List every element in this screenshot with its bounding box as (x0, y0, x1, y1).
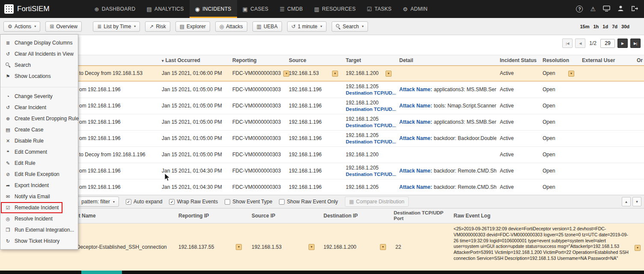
expand-down-button[interactable]: ▾ (632, 197, 641, 206)
table-row[interactable]: om 192.168.1.196 Jan 15 2021, 01:05:00 P… (0, 114, 644, 131)
alert-icon[interactable]: ⚠ (590, 6, 596, 12)
checkbox-unchecked-icon (225, 199, 230, 205)
col-reporting-ip[interactable]: Reporting IP (173, 213, 246, 219)
nav-item-cases[interactable]: ▣CASES (237, 0, 274, 18)
last-occurred: Jan 15 2021, 01:06:00 PM (158, 70, 229, 77)
nav-item-resources[interactable]: ▥RESOURCES (309, 0, 361, 18)
col-event-name[interactable]: Event Name (64, 213, 173, 219)
col-target[interactable]: Target (342, 57, 396, 63)
table-row[interactable]: om 192.168.1.196 Jan 15 2021, 01:04:30 P… (0, 179, 644, 191)
first-page-button[interactable]: |◀ (562, 39, 573, 48)
table-row[interactable]: om 192.168.1.196 Jan 15 2021, 01:05:00 P… (0, 98, 644, 114)
actions-button[interactable]: ⚙ Actions ▾ (3, 21, 40, 32)
menu-item-clear-all-incidents[interactable]: ↺Clear All Incidents in View (0, 48, 78, 60)
ueba-button[interactable]: ▥ UEBA (252, 21, 282, 32)
list-by-time-button[interactable]: ≣ List by Time ▾ (93, 21, 140, 32)
col-resolution[interactable]: Resolution (539, 57, 579, 63)
checkbox-wrap-raw-events[interactable]: Wrap Raw Events (169, 199, 218, 205)
menu-item-notify-via-email[interactable]: ✉Notify via Email (0, 191, 78, 202)
col-destination-ip[interactable]: Destination IP (319, 213, 390, 219)
logout-icon[interactable] (631, 6, 638, 13)
time-range-7d[interactable]: 7d (612, 24, 617, 29)
menu-item-create-case[interactable]: ▤Create Case (0, 124, 78, 135)
dropdown-icon[interactable] (380, 244, 386, 250)
col-source[interactable]: Source (285, 57, 342, 63)
menu-item-resolve-incident[interactable]: ◎Resolve Incident (0, 213, 78, 224)
user-icon[interactable] (617, 5, 624, 13)
dropdown-icon[interactable] (309, 244, 315, 250)
checkbox-auto-expand[interactable]: Auto expand (126, 199, 162, 205)
nav-item-admin[interactable]: ⚙ADMIN (397, 0, 433, 18)
risk-button[interactable]: ↗ Risk (145, 21, 170, 32)
event-row[interactable]: Jan 15 2021, 01:04:46 PM FortiDeceptor-E… (0, 223, 644, 271)
menu-item-change-severity[interactable]: ◔Change Severity (0, 91, 78, 102)
next-page-button[interactable]: ▶ (617, 39, 628, 48)
table-row[interactable]: to Decoy from 192.168.1.196 Jan 15 2021,… (0, 147, 644, 163)
menu-item-run-external-integration[interactable]: ❒Run External Integration... (0, 224, 78, 235)
col-last-occurred[interactable]: ▾Last Occurred (158, 57, 229, 63)
explorer-icon: ▤ (180, 24, 184, 30)
dropdown-icon[interactable] (332, 71, 338, 77)
console-icon[interactable] (603, 6, 610, 13)
col-destination-port[interactable]: Destination TCP/UDP Port (390, 210, 450, 221)
last-occurred: Jan 15 2021, 01:04:30 PM (158, 168, 229, 174)
menu-item-search[interactable]: Search (0, 60, 78, 71)
nav-item-tasks[interactable]: ☑TASKS (361, 0, 397, 18)
menu-item-remediate-incident[interactable]: ☑Remediate Incident (0, 202, 78, 213)
time-range-1h[interactable]: 1h (594, 24, 599, 29)
admin-icon: ⚙ (403, 6, 408, 12)
time-range-30d[interactable]: 30d (621, 24, 629, 29)
menu-item-show-ticket-history[interactable]: ↻Show Ticket History (0, 235, 78, 247)
menu-item-edit-comment[interactable]: ❝Edit Comment (0, 146, 78, 158)
menu-item-export-incident[interactable]: ➦Export Incident (0, 180, 78, 191)
dropdown-icon[interactable] (236, 244, 242, 250)
resolution: Open (539, 70, 579, 77)
last-page-button[interactable]: ▶| (630, 39, 641, 48)
search-button[interactable]: Search ▾ (332, 21, 368, 32)
nav-item-incidents[interactable]: ◉INCIDENTS (190, 0, 237, 18)
help-icon[interactable]: ? (576, 6, 583, 12)
table-row[interactable]: om 192.168.1.196 Jan 15 2021, 01:05:00 P… (0, 82, 644, 98)
checkbox-show-event-type[interactable]: Show Event Type (225, 199, 272, 205)
table-row[interactable]: om 192.168.1.196 Jan 15 2021, 01:05:00 P… (0, 131, 644, 147)
table-row[interactable]: om 192.168.1.196 Jan 15 2021, 01:04:30 P… (0, 163, 644, 179)
collapse-up-button[interactable]: ▴ (622, 197, 631, 206)
dropdown-icon[interactable] (635, 245, 641, 251)
refresh-interval-button[interactable]: ↺ 1 minute ▾ (287, 21, 326, 32)
menu-item-clear-incident[interactable]: ↺Clear Incident (0, 102, 78, 113)
time-range-15m[interactable]: 15m (580, 24, 589, 29)
overview-button[interactable]: ⊞ Overview (45, 21, 82, 32)
sort-desc-icon: ▾ (162, 59, 164, 63)
col-detail[interactable]: Detail (396, 57, 496, 63)
col-external-user[interactable]: External User (579, 57, 633, 63)
col-organization[interactable]: Or (633, 57, 644, 63)
page-size-input[interactable] (600, 39, 615, 48)
resolution: Open (539, 152, 579, 158)
menu-item-edit-rule-exception[interactable]: ⊘Edit Rule Exception (0, 169, 78, 180)
checkbox-show-raw-event-only[interactable]: Show Raw Event Only (279, 199, 338, 205)
compare-distribution-button[interactable]: ▦ Compare Distribution (345, 197, 409, 207)
resolution: Open (539, 103, 579, 109)
col-raw-event-log[interactable]: Raw Event Log (450, 213, 644, 219)
col-incident-status[interactable]: Incident Status (496, 57, 539, 63)
dropdown-icon[interactable] (386, 71, 392, 77)
target-ip: 192.168.1.200 (342, 70, 396, 77)
col-source-ip[interactable]: Source IP (246, 213, 319, 219)
menu-item-show-locations[interactable]: ⚑Show Locations (0, 71, 78, 82)
nav-item-analytics[interactable]: ▤ANALYTICS (141, 0, 189, 18)
reporting-device: FDC-VM0000000303 (229, 135, 285, 142)
time-range-1d[interactable]: 1d (602, 24, 608, 29)
menu-item-create-event-dropping-rule[interactable]: ⊕Create Event Dropping Rule (0, 113, 78, 124)
prev-page-button[interactable]: ◀ (575, 39, 585, 48)
menu-item-change-display-columns[interactable]: ≣Change Display Columns (0, 37, 78, 48)
nav-item-dashboard[interactable]: ⊕DASHBOARD (89, 0, 141, 18)
reporting-device: FDC-VM0000000303 (229, 152, 285, 158)
col-reporting[interactable]: Reporting (229, 57, 285, 63)
nav-item-cmdb[interactable]: ☰CMDB (274, 0, 309, 18)
table-row[interactable]: to Decoy from 192.168.1.53 Jan 15 2021, … (0, 66, 644, 82)
dropdown-icon[interactable] (568, 71, 574, 77)
menu-item-disable-rule[interactable]: ✕Disable Rule (0, 135, 78, 146)
explorer-button[interactable]: ▤ Explorer (175, 21, 210, 32)
menu-item-edit-rule[interactable]: ✎Edit Rule (0, 158, 78, 169)
attacks-button[interactable]: ◎ Attacks (215, 21, 247, 32)
